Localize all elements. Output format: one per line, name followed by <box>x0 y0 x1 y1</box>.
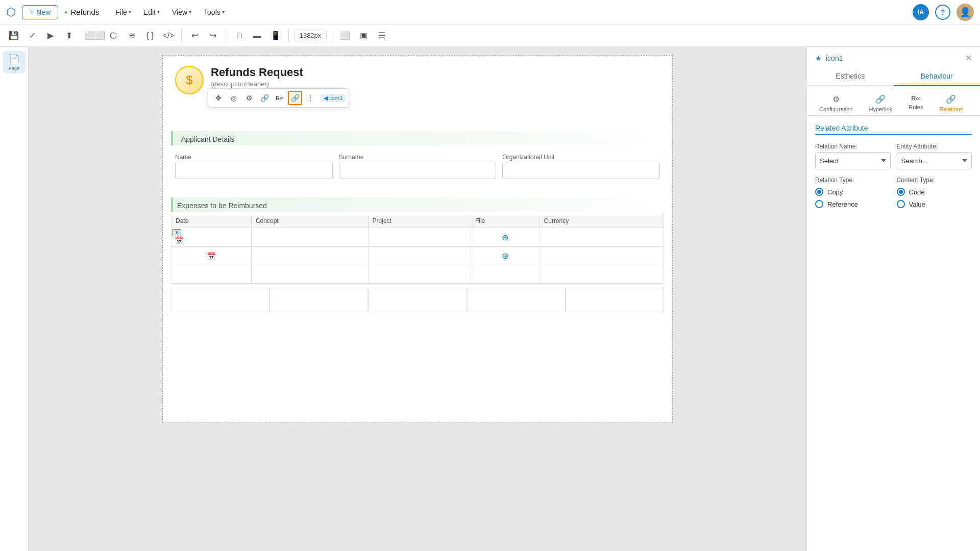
relation-name-group: Relation Name: Select <box>815 143 891 169</box>
project-cell-1[interactable] <box>368 228 471 247</box>
tab-behaviour[interactable]: Behaviour <box>894 67 981 86</box>
radio-code[interactable]: Code <box>897 188 972 196</box>
radio-value[interactable]: Value <box>897 200 972 208</box>
undo-button[interactable]: ↩ <box>187 28 202 43</box>
datasource-button[interactable]: ≋ <box>124 28 139 43</box>
add-file-icon-1[interactable]: ⊕ <box>502 233 508 242</box>
concept-cell-2[interactable] <box>251 247 368 265</box>
add-file-icon-2[interactable]: ⊕ <box>502 252 508 260</box>
layout-button-3[interactable]: ☰ <box>374 28 389 43</box>
page-heading: Refunds Request <box>211 66 303 79</box>
menu-view[interactable]: View▾ <box>166 6 198 18</box>
content-type-label: Content Type: <box>897 177 972 184</box>
panel-main-tabs: Esthetics Behaviour <box>807 67 980 86</box>
date-cell-2: 📅 <box>172 247 252 265</box>
canvas-area[interactable]: $ Refunds Request {descriptionHeader} ✥ … <box>29 47 806 551</box>
date-cell-1: 📅 <box>172 228 252 247</box>
radio-reference[interactable]: Reference <box>815 200 891 208</box>
panel-content: Related Attribute Relation Name: Select … <box>807 116 980 551</box>
upload-button[interactable]: ⬆ <box>61 28 77 43</box>
subtab-relations[interactable]: 🔗 Relations <box>933 91 969 115</box>
bottom-cell-1[interactable] <box>171 288 270 312</box>
code-button[interactable]: { } <box>142 28 158 43</box>
applicant-form: Name Surname Organizational Unit <box>163 149 672 187</box>
currency-cell-1[interactable] <box>540 228 664 247</box>
table-row-3 <box>172 265 664 284</box>
date-cell-3[interactable] <box>172 265 252 284</box>
project-cell-2[interactable] <box>368 247 471 265</box>
nav-right: IA ? 👤 <box>913 4 974 21</box>
project-cell-3[interactable] <box>368 265 471 284</box>
component-toolbar: ✥ ◎ ⚙ 🔗 R∞ 🔗 ⋮ ◀ icon1 <box>208 88 349 108</box>
right-panel-header: ★ icon1 ✕ <box>807 47 980 67</box>
subtab-configuration[interactable]: ⚙ Configuration <box>813 91 859 115</box>
bottom-cell-3[interactable] <box>368 288 467 312</box>
subtab-hyperlink[interactable]: 🔗 Hyperlink <box>863 91 898 115</box>
concept-cell-3[interactable] <box>251 265 368 284</box>
name-input[interactable] <box>175 163 333 179</box>
desktop-view[interactable]: 🖥 <box>231 28 247 43</box>
confirm-button[interactable]: ✓ <box>24 28 40 43</box>
file-cell-2: ⊕ <box>471 247 540 265</box>
move-tool[interactable]: ✥ <box>211 91 226 105</box>
run-button[interactable]: ▶ <box>43 28 58 43</box>
radio-copy[interactable]: Copy <box>815 188 891 196</box>
entity-attr-select-container: Search... <box>897 152 972 169</box>
col-project: Project <box>368 214 471 228</box>
currency-cell-2[interactable] <box>540 247 664 265</box>
file-caret: ▾ <box>129 9 131 15</box>
layout-button-2[interactable]: ▣ <box>356 28 371 43</box>
menu-file[interactable]: File▾ <box>109 6 137 18</box>
page-label: Page <box>9 66 19 71</box>
tab-esthetics[interactable]: Esthetics <box>807 67 894 86</box>
toolbar-divider-5 <box>332 30 332 42</box>
html-button[interactable]: </> <box>161 28 176 43</box>
menu-bar: File▾ Edit▾ View▾ Tools▾ <box>109 6 230 18</box>
new-button[interactable]: + New <box>22 5 58 19</box>
surname-input[interactable] <box>339 163 497 179</box>
close-button[interactable]: ✕ <box>965 53 972 63</box>
bottom-cell-4[interactable] <box>467 288 566 312</box>
currency-cell-3[interactable] <box>540 265 664 284</box>
tools-caret: ▾ <box>222 9 225 15</box>
bottom-cell-2[interactable] <box>270 288 368 312</box>
components-button[interactable]: ⬜⬜ <box>87 28 103 43</box>
relations-icon: 🔗 <box>946 94 956 104</box>
more-tool[interactable]: ⋮ <box>303 91 317 105</box>
subtab-rules[interactable]: R∞ Rules <box>902 91 929 115</box>
radio-value-circle <box>897 200 905 208</box>
menu-tools[interactable]: Tools▾ <box>198 6 231 18</box>
canvas-frame: $ Refunds Request {descriptionHeader} ✥ … <box>162 55 673 422</box>
sidebar-page-item[interactable]: 📄 Page <box>3 51 26 73</box>
user-avatar[interactable]: 👤 <box>957 4 974 21</box>
mobile-view[interactable]: 📱 <box>268 28 283 43</box>
toolbar-divider-1 <box>82 30 82 42</box>
rules-tool[interactable]: R∞ <box>273 91 287 105</box>
redo-button[interactable]: ↪ <box>205 28 220 43</box>
toolbar-divider-2 <box>181 30 182 42</box>
org-unit-input[interactable] <box>502 163 660 179</box>
app-logo: ⬡ <box>6 6 16 19</box>
tablet-view[interactable]: ▬ <box>250 28 265 43</box>
link-tool[interactable]: 🔗 <box>257 91 272 105</box>
layers-button[interactable]: ⬡ <box>106 28 121 43</box>
concept-cell-1[interactable] <box>251 228 368 247</box>
config-icon: ⚙ <box>832 94 840 104</box>
user-initials-badge[interactable]: IA <box>913 4 929 20</box>
rules-icon: R∞ <box>911 94 921 102</box>
file-cell-3[interactable] <box>471 265 540 284</box>
calendar-icon-2: 📅 <box>207 252 215 260</box>
relations-tool[interactable]: 🔗 <box>288 91 302 105</box>
save-button[interactable]: 💾 <box>6 28 21 43</box>
page-icon: 📄 <box>9 54 20 65</box>
settings-tool[interactable]: ⚙ <box>242 91 256 105</box>
component-label[interactable]: ◀ icon1 <box>321 94 346 102</box>
layout-button-1[interactable]: ⬜ <box>337 28 353 43</box>
relation-name-select[interactable]: Select <box>815 152 891 169</box>
entity-attr-select[interactable]: Search... <box>897 152 972 169</box>
menu-edit[interactable]: Edit▾ <box>137 6 166 18</box>
help-button[interactable]: ? <box>935 5 950 20</box>
bottom-cell-5[interactable] <box>566 288 664 312</box>
relation-name-label: Relation Name: <box>815 143 891 150</box>
style-tool[interactable]: ◎ <box>227 91 241 105</box>
